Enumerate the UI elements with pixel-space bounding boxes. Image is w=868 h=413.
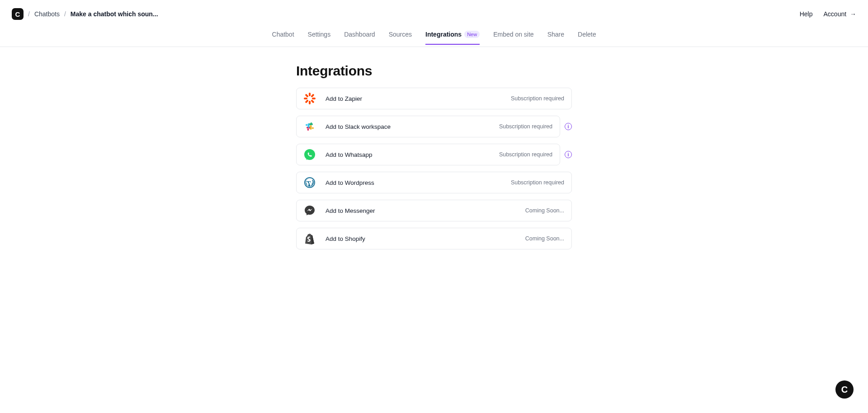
info-icon[interactable]: i [565,123,572,130]
zapier-icon [304,93,316,104]
tab-dashboard[interactable]: Dashboard [344,31,375,45]
breadcrumb-separator: / [28,10,30,18]
integration-row-zapier: Add to Zapier Subscription required [296,88,572,109]
integration-card-shopify[interactable]: Add to Shopify Coming Soon... [296,228,572,249]
whatsapp-icon [304,149,316,160]
top-right-links: Help Account → [800,10,856,18]
integration-label: Add to Whatsapp [326,151,489,158]
tab-label: Settings [308,31,331,38]
tab-label: Embed on site [493,31,534,38]
svg-point-13 [312,127,314,129]
svg-rect-9 [310,125,312,130]
tab-sources[interactable]: Sources [389,31,412,45]
integration-row-messenger: Add to Messenger Coming Soon... [296,200,572,221]
integration-card-slack[interactable]: Add to Slack workspace Subscription requ… [296,116,560,137]
breadcrumb-current[interactable]: Make a chatbot which soun... [71,10,158,18]
svg-rect-5 [305,99,308,103]
tab-delete[interactable]: Delete [578,31,596,45]
integration-label: Add to Shopify [326,235,515,242]
integration-row-shopify: Add to Shopify Coming Soon... [296,228,572,249]
svg-point-12 [306,124,307,126]
integration-status: Subscription required [499,123,552,130]
account-link[interactable]: Account → [824,10,856,18]
integration-row-slack: Add to Slack workspace Subscription requ… [296,116,572,137]
integration-label: Add to Slack workspace [326,123,489,130]
svg-rect-3 [312,98,316,99]
integration-status: Subscription required [511,179,564,186]
wordpress-icon [304,177,316,188]
integration-status: Coming Soon... [525,207,564,214]
tab-chatbot[interactable]: Chatbot [272,31,294,45]
arrow-right-icon: → [850,10,856,18]
tab-embed[interactable]: Embed on site [493,31,534,45]
integration-status: Subscription required [511,95,564,102]
integration-label: Add to Messenger [326,207,515,214]
svg-rect-0 [309,93,311,96]
tab-label: Delete [578,31,596,38]
badge-new: New [464,31,480,38]
tab-label: Share [547,31,564,38]
chat-widget-button[interactable]: C [835,380,854,399]
tab-label: Integrations [425,31,462,38]
tab-label: Chatbot [272,31,294,38]
chat-widget-icon: C [841,385,848,394]
integration-card-whatsapp[interactable]: Add to Whatsapp Subscription required [296,144,560,165]
integration-row-wordpress: Add to Wordpress Subscription required [296,172,572,193]
integration-list: Add to Zapier Subscription required [296,88,572,249]
breadcrumb-separator: / [64,10,66,18]
tabs: Chatbot Settings Dashboard Sources Integ… [0,29,868,47]
integration-status: Subscription required [499,151,552,158]
integration-label: Add to Zapier [326,95,501,102]
page-title: Integrations [296,63,572,79]
integration-card-wordpress[interactable]: Add to Wordpress Subscription required [296,172,572,193]
shopify-icon [304,233,316,244]
svg-rect-6 [305,94,308,97]
tab-label: Dashboard [344,31,375,38]
svg-rect-7 [311,99,314,103]
integration-label: Add to Wordpress [326,179,501,186]
help-link[interactable]: Help [800,10,813,18]
integration-card-zapier[interactable]: Add to Zapier Subscription required [296,88,572,109]
app-logo-letter: C [15,11,20,18]
svg-point-14 [307,129,309,131]
breadcrumb-root[interactable]: Chatbots [34,10,60,18]
messenger-icon [304,205,316,216]
svg-point-15 [311,122,312,124]
slack-icon [304,121,316,132]
svg-rect-4 [311,94,314,97]
svg-rect-1 [309,101,311,104]
integration-card-messenger[interactable]: Add to Messenger Coming Soon... [296,200,572,221]
topbar: C / Chatbots / Make a chatbot which soun… [0,0,868,29]
tab-settings[interactable]: Settings [308,31,331,45]
svg-rect-11 [308,123,310,128]
breadcrumb: C / Chatbots / Make a chatbot which soun… [12,8,158,20]
tab-share[interactable]: Share [547,31,564,45]
tab-integrations[interactable]: Integrations New [425,31,480,45]
info-icon[interactable]: i [565,151,572,158]
integration-row-whatsapp: Add to Whatsapp Subscription required i [296,144,572,165]
svg-rect-2 [304,98,307,99]
tab-label: Sources [389,31,412,38]
app-logo[interactable]: C [12,8,24,20]
account-link-label: Account [824,10,847,18]
integration-status: Coming Soon... [525,235,564,242]
main: Integrations [296,63,572,249]
